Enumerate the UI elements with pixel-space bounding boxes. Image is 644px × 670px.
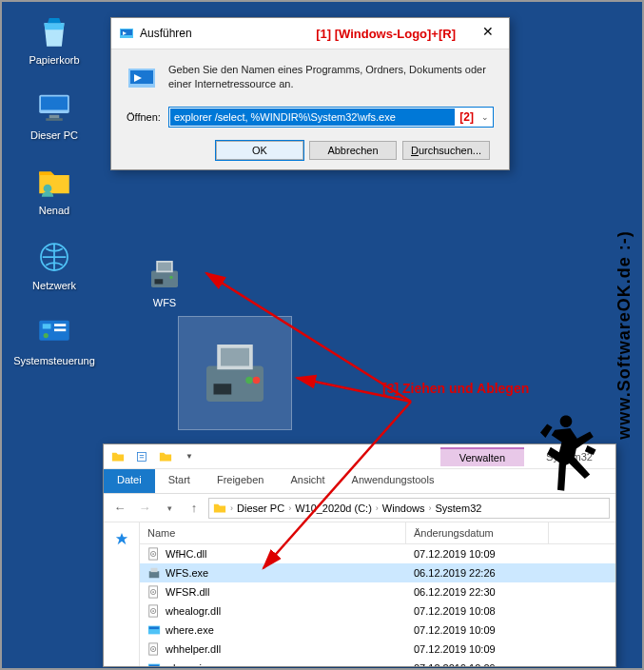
svg-point-45 <box>152 648 154 650</box>
file-name: WFSR.dll <box>166 586 209 598</box>
crumb[interactable]: Dieser PC <box>237 502 284 514</box>
file-row[interactable]: whhelper.dll07.12.2019 10:09 <box>140 640 615 659</box>
qat-properties[interactable] <box>131 447 152 466</box>
desktop-icon-controlpanel[interactable]: Systemsteuerung <box>11 312 97 366</box>
file-row[interactable]: WFSR.dll06.12.2019 22:30 <box>140 582 615 601</box>
svg-rect-2 <box>49 115 60 119</box>
file-list: Name Änderungsdatum WfHC.dll07.12.2019 1… <box>140 522 615 666</box>
svg-point-37 <box>152 591 154 593</box>
file-name: whoami.exe <box>166 662 222 666</box>
close-button[interactable]: ✕ <box>475 24 501 43</box>
desktop-icon-userfolder[interactable]: Nenad <box>11 162 97 216</box>
desktop-icon-label: WFS <box>145 297 185 308</box>
open-combobox[interactable]: [2] ⌄ <box>168 107 494 128</box>
desktop-icon-network[interactable]: Netzwerk <box>11 237 97 291</box>
file-date: 07.12.2019 10:09 <box>406 548 549 560</box>
file-row[interactable]: whealogr.dll07.12.2019 10:08 <box>140 601 615 621</box>
browse-button[interactable]: Durchsuchen... <box>402 141 490 160</box>
svg-rect-9 <box>54 329 66 332</box>
svg-rect-3 <box>46 118 63 121</box>
file-date: 07.12.2019 10:09 <box>406 662 549 666</box>
qat-dropdown[interactable]: ▼ <box>179 447 200 466</box>
svg-point-32 <box>152 553 154 555</box>
col-name[interactable]: Name <box>140 522 406 543</box>
svg-rect-14 <box>155 279 164 284</box>
file-icon <box>147 566 161 580</box>
folder-icon <box>107 447 128 466</box>
file-name: WFS.exe <box>166 567 208 579</box>
desktop-icon-label: Papierkorb <box>11 54 97 66</box>
svg-point-20 <box>245 377 253 384</box>
nav-back[interactable]: ← <box>109 498 130 519</box>
desktop-icon-recyclebin[interactable]: Papierkorb <box>11 11 97 66</box>
svg-rect-47 <box>149 665 160 667</box>
run-titlebar[interactable]: Ausführen [1] [Windows-Logo]+[R] ✕ <box>111 18 509 49</box>
tab-share[interactable]: Freigeben <box>204 469 278 493</box>
file-row[interactable]: WFS.exe06.12.2019 22:26 <box>140 563 615 582</box>
run-title-text: Ausführen <box>140 27 192 40</box>
file-name: whealogr.dll <box>166 605 221 617</box>
qat-newfolder[interactable] <box>155 447 176 466</box>
file-icon <box>147 604 161 618</box>
ok-button[interactable]: OK <box>216 141 303 160</box>
file-date: 07.12.2019 10:08 <box>406 605 549 617</box>
file-date: 06.12.2019 22:26 <box>406 567 549 579</box>
svg-rect-7 <box>43 324 51 328</box>
nav-up[interactable]: ↑ <box>184 498 205 519</box>
file-date: 07.12.2019 10:09 <box>406 643 549 655</box>
file-name: whhelper.dll <box>166 643 221 655</box>
svg-point-4 <box>44 185 52 193</box>
tab-apptools[interactable]: Anwendungstools <box>339 469 448 493</box>
nav-forward[interactable]: → <box>134 498 155 519</box>
open-input[interactable] <box>170 108 455 126</box>
annotation-1: [1] [Windows-Logo]+[R] <box>316 27 456 41</box>
folder-user-icon <box>34 162 74 202</box>
desktop-icons-column: Papierkorb Dieser PC Nenad Netzwerk Syst… <box>11 11 97 387</box>
crumb[interactable]: W10_2020d (C:) <box>295 502 372 514</box>
svg-point-40 <box>152 610 154 612</box>
open-label: Öffnen: <box>127 111 161 123</box>
desktop-icon-thispc[interactable]: Dieser PC <box>11 87 97 141</box>
network-icon <box>34 237 74 277</box>
annotation-2: [2] <box>456 110 478 124</box>
run-dialog: Ausführen [1] [Windows-Logo]+[R] ✕ Geben… <box>110 17 510 170</box>
col-date[interactable]: Änderungsdatum <box>406 522 549 543</box>
dropdown-button[interactable]: ⌄ <box>478 112 493 122</box>
contextual-tab-manage[interactable]: Verwalten <box>440 447 524 466</box>
fax-icon <box>145 254 185 294</box>
desktop-icon-wfs[interactable]: WFS <box>145 254 185 308</box>
file-row[interactable]: where.exe07.12.2019 10:09 <box>140 621 615 640</box>
svg-rect-18 <box>221 348 249 366</box>
svg-rect-19 <box>214 384 232 394</box>
crumb[interactable]: Windows <box>382 502 425 514</box>
svg-rect-29 <box>138 452 146 461</box>
svg-point-21 <box>253 377 261 384</box>
svg-rect-13 <box>158 263 171 271</box>
tab-start[interactable]: Start <box>155 469 204 493</box>
file-icon <box>147 623 161 637</box>
svg-rect-8 <box>54 324 66 326</box>
annotation-3: [3] Ziehen und Ablegen <box>382 381 529 396</box>
file-row[interactable]: WfHC.dll07.12.2019 10:09 <box>140 544 615 563</box>
cancel-button[interactable]: Abbrechen <box>309 141 397 160</box>
nav-tree[interactable] <box>104 522 140 666</box>
nav-recent[interactable]: ▾ <box>159 498 180 519</box>
crumb[interactable]: System32 <box>435 502 481 514</box>
svg-rect-42 <box>149 627 160 630</box>
tab-file[interactable]: Datei <box>104 469 155 493</box>
run-icon <box>119 26 134 41</box>
tree-quickaccess[interactable] <box>104 528 139 549</box>
run-description: Geben Sie den Namen eines Programms, Ord… <box>168 63 494 93</box>
svg-rect-33 <box>149 571 160 578</box>
pc-icon <box>34 87 74 127</box>
file-list-header[interactable]: Name Änderungsdatum <box>140 522 615 544</box>
watermark-text: www.SoftwareOK.de :-) <box>615 230 634 439</box>
fax-large-icon <box>192 330 278 416</box>
tab-view[interactable]: Ansicht <box>277 469 338 493</box>
file-icon <box>147 585 161 599</box>
file-row[interactable]: whoami.exe07.12.2019 10:09 <box>140 659 615 666</box>
drag-preview <box>178 316 292 430</box>
svg-rect-25 <box>130 70 153 84</box>
desktop-icon-label: Netzwerk <box>11 280 97 291</box>
recyclebin-icon <box>34 11 74 51</box>
